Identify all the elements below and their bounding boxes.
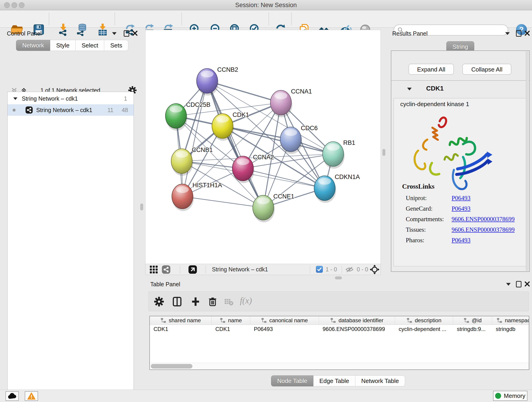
network-edge[interactable] [182,81,207,196]
close-panel-icon[interactable] [132,30,138,36]
network-node[interactable]: CCNE1 [253,193,294,222]
collection-expander-icon[interactable] [13,97,18,100]
column-type-icon [496,318,502,323]
table-cell[interactable]: 9606.ENSP00000378699 [319,326,395,332]
table-cell[interactable]: CDK1 [150,326,212,332]
create-column-icon[interactable] [190,296,201,307]
function-builder-icon: f(x) [240,295,252,306]
table-cell[interactable]: CDK1 [212,326,250,332]
statusbar-separator [310,265,310,274]
network-edge[interactable] [243,168,325,188]
network-node[interactable]: CDC25B [165,101,210,131]
table-cell[interactable]: cyclin-dependent ... [395,326,453,332]
tab-node-table[interactable]: Node Table [271,375,313,386]
crosslink-value-link[interactable]: P06493 [452,195,471,202]
crosslink-value-link[interactable]: P06493 [452,237,471,244]
crosslink-label: Pharos: [406,237,452,244]
panel-menu-icon[interactable] [112,32,117,35]
column-type-icon [220,318,226,323]
crosslink-row: Tissues:9606.ENSP00000378699 [406,224,520,235]
panel-menu-icon[interactable] [505,32,510,35]
table-cell[interactable]: stringdb [492,326,529,332]
float-panel-icon[interactable] [516,281,521,287]
network-tree: String Network – cdk1 1 String Network –… [7,92,134,402]
expand-all-button[interactable]: Expand All [409,64,454,75]
crosslink-label: Tissues: [406,226,452,233]
warnings-button[interactable] [25,391,38,401]
crosslink-row: Compartments:9606.ENSP00000378699 [406,214,520,224]
network-node[interactable]: CCNB1 [171,147,213,176]
gene-section-header[interactable]: CDK1 [391,81,529,98]
tab-sets[interactable]: Sets [104,40,128,51]
collapse-all-button[interactable]: Collapse All [462,64,511,75]
bottom-splitter-handle[interactable] [335,276,342,279]
column-header[interactable]: name [212,316,250,325]
table-cell[interactable]: stringdb:9... [453,326,492,332]
collapse-gene-icon[interactable] [407,87,412,91]
close-panel-icon[interactable] [524,30,530,36]
birds-eye-view-icon[interactable] [150,265,158,274]
column-header[interactable]: database identifier [319,316,395,325]
detach-view-icon[interactable] [188,265,197,274]
column-header[interactable]: canonical name [250,316,319,325]
main-toolbar: ? [0,10,532,28]
network-node[interactable]: CCNB2 [196,66,238,96]
network-collection-row[interactable]: String Network – cdk1 1 [7,93,133,104]
left-splitter-handle[interactable] [140,204,143,211]
cloud-status-button[interactable] [6,391,19,401]
network-view-title: String Network – cdk1 [212,266,268,273]
table-toolbar: f(x) [148,292,529,311]
column-header[interactable]: @id [453,316,492,325]
float-panel-icon[interactable] [516,30,521,37]
application-window: Session: New Session [0,0,532,402]
tab-edge-table[interactable]: Edge Table [313,375,355,386]
network-node[interactable]: CDK1 [212,111,249,141]
cloud-icon [7,393,17,399]
table-options-gear-icon[interactable] [154,297,164,306]
column-header[interactable]: namespace [492,316,529,325]
crosslink-value-link[interactable]: 9606.ENSP00000378699 [452,216,515,223]
network-overview-icon[interactable] [162,265,171,274]
toolbar-separator [268,13,269,25]
network-node[interactable]: RB1 [323,139,355,169]
network-edge[interactable] [207,81,263,208]
close-panel-icon[interactable] [524,281,530,287]
show-columns-icon[interactable] [172,296,182,307]
table-cell[interactable]: P06493 [250,326,319,332]
scrollbar-thumb[interactable] [151,364,192,369]
table-header-row: shared namenamecanonical namedatabase id… [150,316,529,325]
network-canvas[interactable]: CCNB2CCNA1CDC25BCDK1CDC6RB1CCNB1CCNA2CDK… [146,30,380,264]
column-header[interactable]: description [395,316,453,325]
node-label: HIST1H1A [192,182,222,189]
edge-count: 48 [122,107,128,114]
hidden-elements-icon [345,266,355,273]
network-edge[interactable] [182,196,263,208]
panel-menu-icon[interactable] [506,282,511,286]
selected-nodes-checkbox[interactable] [316,266,323,273]
window-title: Session: New Session [0,0,532,10]
tab-style[interactable]: Style [50,40,76,51]
delete-column-trash-icon[interactable] [208,296,217,307]
network-node[interactable]: CDC6 [280,125,318,154]
results-scrollbar[interactable] [526,51,529,271]
network-node[interactable]: CDKN1A [314,173,360,203]
float-panel-icon[interactable] [124,30,129,37]
crosslink-value-link[interactable]: P06493 [452,205,471,212]
crosslink-value-link[interactable]: 9606.ENSP00000378699 [452,226,515,233]
table-panel-title: Table Panel [150,281,180,288]
network-view[interactable]: CCNB2CCNA1CDC25BCDK1CDC6RB1CCNB1CCNA2CDK… [145,30,381,264]
memory-button[interactable]: Memory [493,391,527,401]
table-horizontal-scrollbar[interactable] [150,363,529,370]
tab-network-table[interactable]: Network Table [355,375,405,386]
table-data-row[interactable]: CDK1CDK1P064939606.ENSP00000378699cyclin… [150,325,529,333]
tab-select[interactable]: Select [76,40,104,51]
right-splitter-handle[interactable] [382,149,385,156]
tab-network[interactable]: Network [16,40,50,51]
network-row[interactable]: String Network – cdk1 11 48 [7,104,133,116]
network-node[interactable]: HIST1H1A [172,182,222,211]
node-label: CDK1 [233,111,249,118]
column-header[interactable]: shared name [150,316,212,325]
fit-content-crosshair-icon[interactable] [370,264,380,274]
app-status-bar: Memory [0,390,532,402]
toolbar-separator [181,13,182,25]
